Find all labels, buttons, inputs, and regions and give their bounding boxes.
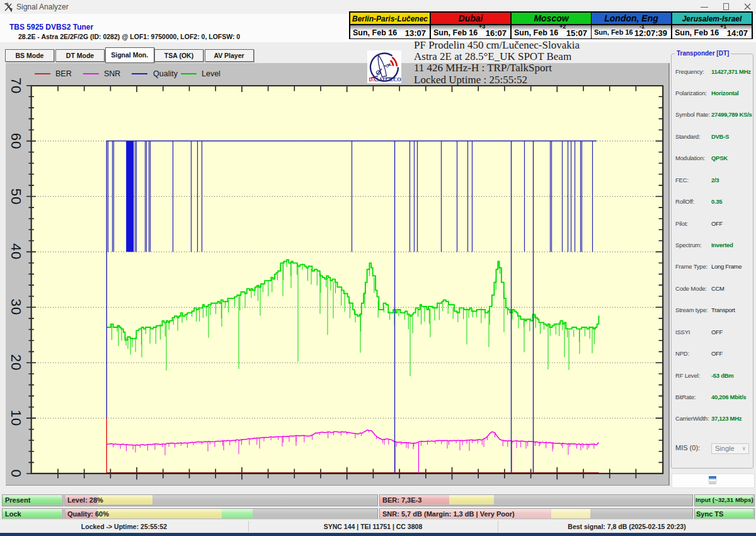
svg-text:SATCS.COM: SATCS.COM	[376, 77, 402, 83]
